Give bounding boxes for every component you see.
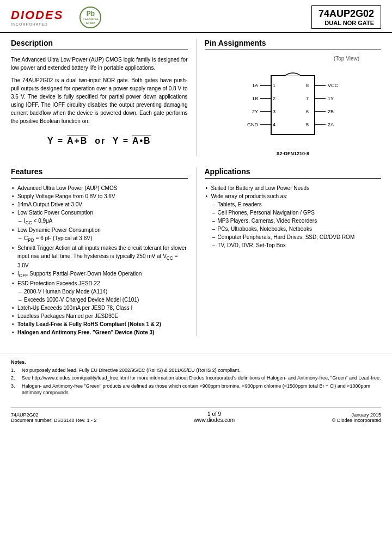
description-col: Description The Advanced Ultra Low Power… [11, 39, 197, 156]
formula-area: Y = A+B or Y = A•B [11, 132, 188, 150]
footer-part-number: 74AUP2G02 [11, 412, 96, 418]
applications-list: Suited for Battery and Low Power Needs W… [205, 184, 382, 249]
part-desc: DUAL NOR GATE [318, 20, 374, 26]
list-item: Latch-Up Exceeds 100mA per JESD 78, Clas… [11, 304, 188, 312]
diodes-logo: DIODES INCORPORATED [11, 8, 63, 26]
logo-sub: INCORPORATED [11, 22, 48, 26]
footer-left: 74AUP2G02 Document number: DS36140 Rev. … [11, 412, 96, 423]
list-item: ICC < 0.9μA [11, 217, 188, 226]
description-title: Description [11, 39, 188, 50]
list-item: CPD = 6 pF (Typical at 3.6V) [11, 234, 188, 243]
footer-document-number: Document number: DS36140 Rev. 1 - 2 [11, 418, 96, 423]
bottom-section: Features Advanced Ultra Low Power (AUP) … [11, 167, 381, 336]
logo-text: DIODES [11, 8, 63, 22]
top-view-label: (Top View) [334, 56, 359, 62]
svg-text:VCC: VCC [328, 83, 339, 88]
note-row: Notes. [11, 359, 381, 366]
footer-website: www.diodes.com [194, 417, 235, 423]
features-title: Features [11, 167, 188, 179]
list-item: Schmitt Trigger Action at all inputs mak… [11, 244, 188, 270]
svg-text:2Y: 2Y [252, 109, 258, 114]
svg-text:2: 2 [273, 96, 275, 101]
list-item: TV, DVD, DVR, Set-Top Box [205, 241, 382, 249]
list-item: Cell Phones, Personal Navigation / GPS [205, 209, 382, 217]
note-text-2: See http://www.diodes.com/quality/lead_f… [22, 375, 381, 382]
footer-right: January 2015 © Diodes Incorporated [332, 412, 381, 423]
pin-assignments-col: Pin Assignments (Top View) 1A 1 1B [197, 39, 382, 156]
list-item: Totally Lead-Free & Fully RoHS Compliant… [11, 320, 188, 328]
pb-text: Lead-Free Green [81, 17, 100, 25]
svg-text:GND: GND [247, 122, 259, 127]
logo-area: DIODES INCORPORATED Pb Lead-Free Green [11, 7, 101, 28]
svg-text:2B: 2B [328, 109, 334, 114]
pin-assignments-title: Pin Assignments [205, 39, 382, 50]
pb-symbol: Pb [87, 10, 95, 17]
note-2: 2. See http://www.diodes.com/quality/lea… [11, 375, 381, 382]
note-text-1: No purposely added lead. Fully EU Direct… [22, 367, 240, 374]
part-number: 74AUP2G02 [318, 8, 374, 20]
notes-title: Notes. [11, 359, 26, 366]
pin-area: (Top View) 1A 1 1B 2 [205, 56, 382, 156]
list-item: Halogen and Antimony Free. "Green" Devic… [11, 328, 188, 336]
note-text-3: Halogen- and Antimony-free "Green" produ… [22, 383, 381, 396]
footer-bottom: 74AUP2G02 Document number: DS36140 Rev. … [11, 407, 381, 423]
note-num-2: 2. [11, 375, 17, 382]
list-item: Low Static Power Consumption [11, 209, 188, 217]
list-item: Advanced Ultra Low Power (AUP) CMOS [11, 184, 188, 192]
formula-text: Y = A+B or Y = A•B [47, 136, 151, 145]
footer-copyright: © Diodes Incorporated [332, 418, 381, 423]
svg-text:8: 8 [306, 83, 309, 88]
applications-title: Applications [205, 167, 382, 179]
features-col: Features Advanced Ultra Low Power (AUP) … [11, 167, 197, 336]
main-content: Description The Advanced Ultra Low Power… [0, 33, 392, 342]
list-item: Wide array of products such as: [205, 192, 382, 200]
list-item: Suited for Battery and Low Power Needs [205, 184, 382, 192]
list-item: Exceeds 1000-V Charged Device Model (C10… [11, 296, 188, 304]
list-item: Leadless Packages Named per JESD30E [11, 312, 188, 320]
list-item: ESD Protection Exceeds JESD 22 [11, 279, 188, 287]
note-num-3: 3. [11, 383, 17, 396]
footer: Notes. 1. No purposely added lead. Fully… [0, 353, 392, 428]
svg-text:1A: 1A [252, 83, 258, 88]
list-item: Supply Voltage Range from 0.8V to 3.6V [11, 192, 188, 200]
svg-text:1Y: 1Y [328, 96, 334, 101]
header: DIODES INCORPORATED Pb Lead-Free Green 7… [0, 0, 392, 33]
package-label: X2-DFN1210-8 [276, 151, 309, 156]
features-list: Advanced Ultra Low Power (AUP) CMOS Supp… [11, 184, 188, 336]
list-item: Computer Peripherals, Hard Drives, SSD, … [205, 233, 382, 241]
list-item: 2000-V Human Body Mode (A114) [11, 287, 188, 296]
pb-badge: Pb Lead-Free Green [79, 7, 101, 28]
pin-diagram: 1A 1 1B 2 2Y 3 GND 4 [238, 66, 347, 148]
list-item: Low Dynamic Power Consumption [11, 226, 188, 234]
part-info: 74AUP2G02 DUAL NOR GATE [311, 5, 381, 29]
svg-text:4: 4 [273, 122, 275, 127]
list-item: PCs, Ultrabooks, Notebooks, Netbooks [205, 225, 382, 233]
list-item: MP3 Players, Cameras, Video Recorders [205, 217, 382, 225]
footer-center: 1 of 9 www.diodes.com [194, 411, 235, 423]
top-section: Description The Advanced Ultra Low Power… [11, 39, 381, 156]
list-item: 14mA Output Drive at 3.0V [11, 200, 188, 209]
svg-text:6: 6 [306, 109, 309, 114]
list-item: Tablets, E-readers [205, 200, 382, 209]
svg-text:3: 3 [273, 109, 275, 114]
svg-text:7: 7 [306, 96, 309, 101]
note-num-1: 1. [11, 367, 17, 374]
footer-date: January 2015 [332, 412, 381, 418]
svg-text:1B: 1B [252, 96, 258, 101]
desc-para-1: The Advanced Ultra Low Power (AUP) CMOS … [11, 56, 188, 72]
svg-text:2A: 2A [328, 122, 334, 127]
notes-section: Notes. 1. No purposely added lead. Fully… [11, 359, 381, 396]
note-1: 1. No purposely added lead. Fully EU Dir… [11, 367, 381, 374]
note-3: 3. Halogen- and Antimony-free "Green" pr… [11, 383, 381, 396]
applications-col: Applications Suited for Battery and Low … [197, 167, 382, 336]
desc-para-2: The 74AUP2G02 is a dual two-input NOR ga… [11, 76, 188, 125]
footer-page: 1 of 9 [194, 411, 235, 417]
svg-text:1: 1 [273, 83, 275, 88]
list-item: IOFF Supports Partial-Power-Down Mode Op… [11, 270, 188, 279]
svg-text:5: 5 [306, 122, 309, 127]
